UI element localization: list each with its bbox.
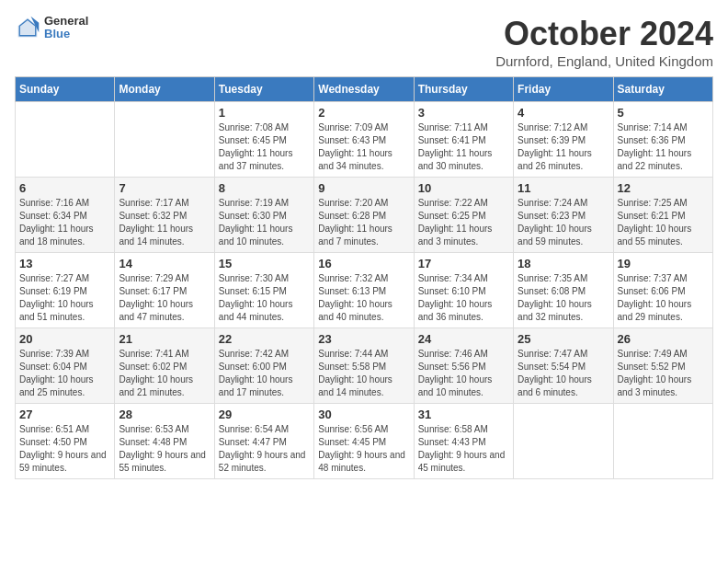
- calendar-cell: 17Sunrise: 7:34 AM Sunset: 6:10 PM Dayli…: [414, 253, 513, 328]
- day-number: 24: [418, 332, 509, 346]
- day-info: Sunrise: 6:53 AM Sunset: 4:48 PM Dayligh…: [119, 423, 210, 475]
- calendar-cell: [115, 102, 214, 178]
- weekday-header-wednesday: Wednesday: [314, 77, 414, 102]
- weekday-header-sunday: Sunday: [16, 77, 115, 102]
- calendar-cell: 19Sunrise: 7:37 AM Sunset: 6:06 PM Dayli…: [613, 253, 712, 328]
- day-info: Sunrise: 7:27 AM Sunset: 6:19 PM Dayligh…: [19, 272, 110, 324]
- calendar-cell: 22Sunrise: 7:42 AM Sunset: 6:00 PM Dayli…: [214, 328, 313, 404]
- calendar-cell: 31Sunrise: 6:58 AM Sunset: 4:43 PM Dayli…: [414, 404, 513, 479]
- day-info: Sunrise: 6:56 AM Sunset: 4:45 PM Dayligh…: [318, 423, 409, 475]
- day-info: Sunrise: 7:24 AM Sunset: 6:23 PM Dayligh…: [518, 197, 609, 248]
- day-number: 16: [318, 257, 409, 270]
- day-number: 26: [618, 332, 709, 346]
- day-info: Sunrise: 7:47 AM Sunset: 5:54 PM Dayligh…: [518, 348, 609, 399]
- day-number: 5: [618, 106, 709, 120]
- day-info: Sunrise: 6:51 AM Sunset: 4:50 PM Dayligh…: [19, 423, 110, 475]
- calendar-cell: 29Sunrise: 6:54 AM Sunset: 4:47 PM Dayli…: [214, 404, 313, 479]
- calendar-cell: 9Sunrise: 7:20 AM Sunset: 6:28 PM Daylig…: [314, 178, 414, 253]
- day-number: 2: [318, 106, 409, 120]
- calendar-cell: 27Sunrise: 6:51 AM Sunset: 4:50 PM Dayli…: [16, 404, 115, 479]
- calendar-cell: 2Sunrise: 7:09 AM Sunset: 6:43 PM Daylig…: [314, 102, 414, 178]
- day-number: 11: [518, 181, 609, 195]
- day-info: Sunrise: 7:11 AM Sunset: 6:41 PM Dayligh…: [418, 121, 509, 173]
- day-number: 8: [219, 181, 310, 195]
- logo-icon: [15, 15, 40, 40]
- calendar-cell: 4Sunrise: 7:12 AM Sunset: 6:39 PM Daylig…: [514, 102, 613, 178]
- calendar-cell: 8Sunrise: 7:19 AM Sunset: 6:30 PM Daylig…: [214, 178, 313, 253]
- day-number: 14: [119, 257, 210, 270]
- day-number: 6: [19, 181, 110, 195]
- day-info: Sunrise: 7:17 AM Sunset: 6:32 PM Dayligh…: [119, 197, 210, 248]
- day-info: Sunrise: 7:46 AM Sunset: 5:56 PM Dayligh…: [418, 348, 509, 399]
- location: Durnford, England, United Kingdom: [495, 53, 713, 69]
- day-number: 7: [119, 181, 210, 195]
- calendar-cell: 14Sunrise: 7:29 AM Sunset: 6:17 PM Dayli…: [115, 253, 214, 328]
- calendar-cell: 25Sunrise: 7:47 AM Sunset: 5:54 PM Dayli…: [514, 328, 613, 404]
- calendar-table: SundayMondayTuesdayWednesdayThursdayFrid…: [15, 76, 713, 479]
- calendar-cell: 18Sunrise: 7:35 AM Sunset: 6:08 PM Dayli…: [514, 253, 613, 328]
- logo: General Blue: [15, 15, 88, 41]
- day-number: 25: [518, 332, 609, 346]
- day-info: Sunrise: 7:08 AM Sunset: 6:45 PM Dayligh…: [219, 121, 310, 173]
- calendar-cell: [16, 102, 115, 178]
- day-info: Sunrise: 7:12 AM Sunset: 6:39 PM Dayligh…: [518, 121, 609, 173]
- day-number: 10: [418, 181, 509, 195]
- day-info: Sunrise: 7:37 AM Sunset: 6:06 PM Dayligh…: [618, 272, 709, 324]
- calendar-cell: [514, 404, 613, 479]
- calendar-week-5: 27Sunrise: 6:51 AM Sunset: 4:50 PM Dayli…: [16, 404, 713, 479]
- calendar-cell: 20Sunrise: 7:39 AM Sunset: 6:04 PM Dayli…: [16, 328, 115, 404]
- day-number: 3: [418, 106, 509, 120]
- day-number: 28: [119, 408, 210, 421]
- calendar-header: SundayMondayTuesdayWednesdayThursdayFrid…: [16, 77, 713, 102]
- day-info: Sunrise: 7:34 AM Sunset: 6:10 PM Dayligh…: [418, 272, 509, 324]
- title-block: October 2024 Durnford, England, United K…: [495, 15, 713, 69]
- day-number: 17: [418, 257, 509, 270]
- day-number: 1: [219, 106, 310, 120]
- day-info: Sunrise: 7:29 AM Sunset: 6:17 PM Dayligh…: [119, 272, 210, 324]
- calendar-cell: 7Sunrise: 7:17 AM Sunset: 6:32 PM Daylig…: [115, 178, 214, 253]
- day-info: Sunrise: 7:41 AM Sunset: 6:02 PM Dayligh…: [119, 348, 210, 399]
- calendar-cell: 10Sunrise: 7:22 AM Sunset: 6:25 PM Dayli…: [414, 178, 513, 253]
- weekday-header-monday: Monday: [115, 77, 214, 102]
- calendar-cell: 21Sunrise: 7:41 AM Sunset: 6:02 PM Dayli…: [115, 328, 214, 404]
- day-info: Sunrise: 7:49 AM Sunset: 5:52 PM Dayligh…: [618, 348, 709, 399]
- day-info: Sunrise: 7:16 AM Sunset: 6:34 PM Dayligh…: [19, 197, 110, 248]
- calendar-cell: 5Sunrise: 7:14 AM Sunset: 6:36 PM Daylig…: [613, 102, 712, 178]
- calendar-cell: 3Sunrise: 7:11 AM Sunset: 6:41 PM Daylig…: [414, 102, 513, 178]
- calendar-cell: 1Sunrise: 7:08 AM Sunset: 6:45 PM Daylig…: [214, 102, 313, 178]
- day-number: 31: [418, 408, 509, 421]
- calendar-week-3: 13Sunrise: 7:27 AM Sunset: 6:19 PM Dayli…: [16, 253, 713, 328]
- day-number: 19: [618, 257, 709, 270]
- calendar-cell: 30Sunrise: 6:56 AM Sunset: 4:45 PM Dayli…: [314, 404, 414, 479]
- day-info: Sunrise: 7:09 AM Sunset: 6:43 PM Dayligh…: [318, 121, 409, 173]
- day-number: 30: [318, 408, 409, 421]
- day-number: 15: [219, 257, 310, 270]
- calendar-cell: 28Sunrise: 6:53 AM Sunset: 4:48 PM Dayli…: [115, 404, 214, 479]
- calendar-cell: 11Sunrise: 7:24 AM Sunset: 6:23 PM Dayli…: [514, 178, 613, 253]
- calendar-week-1: 1Sunrise: 7:08 AM Sunset: 6:45 PM Daylig…: [16, 102, 713, 178]
- day-info: Sunrise: 7:44 AM Sunset: 5:58 PM Dayligh…: [318, 348, 409, 399]
- day-number: 4: [518, 106, 609, 120]
- month-title: October 2024: [495, 15, 713, 53]
- day-number: 18: [518, 257, 609, 270]
- day-number: 21: [119, 332, 210, 346]
- day-number: 23: [318, 332, 409, 346]
- calendar-cell: 12Sunrise: 7:25 AM Sunset: 6:21 PM Dayli…: [613, 178, 712, 253]
- day-info: Sunrise: 7:35 AM Sunset: 6:08 PM Dayligh…: [518, 272, 609, 324]
- day-info: Sunrise: 7:42 AM Sunset: 6:00 PM Dayligh…: [219, 348, 310, 399]
- calendar-cell: [613, 404, 712, 479]
- day-number: 22: [219, 332, 310, 346]
- day-info: Sunrise: 6:58 AM Sunset: 4:43 PM Dayligh…: [418, 423, 509, 475]
- day-info: Sunrise: 7:22 AM Sunset: 6:25 PM Dayligh…: [418, 197, 509, 248]
- day-number: 27: [19, 408, 110, 421]
- calendar-cell: 16Sunrise: 7:32 AM Sunset: 6:13 PM Dayli…: [314, 253, 414, 328]
- calendar-body: 1Sunrise: 7:08 AM Sunset: 6:45 PM Daylig…: [16, 102, 713, 479]
- day-number: 20: [19, 332, 110, 346]
- day-number: 29: [219, 408, 310, 421]
- weekday-header-saturday: Saturday: [613, 77, 712, 102]
- day-info: Sunrise: 7:30 AM Sunset: 6:15 PM Dayligh…: [219, 272, 310, 324]
- day-info: Sunrise: 7:20 AM Sunset: 6:28 PM Dayligh…: [318, 197, 409, 248]
- calendar-week-2: 6Sunrise: 7:16 AM Sunset: 6:34 PM Daylig…: [16, 178, 713, 253]
- day-number: 13: [19, 257, 110, 270]
- day-info: Sunrise: 7:19 AM Sunset: 6:30 PM Dayligh…: [219, 197, 310, 248]
